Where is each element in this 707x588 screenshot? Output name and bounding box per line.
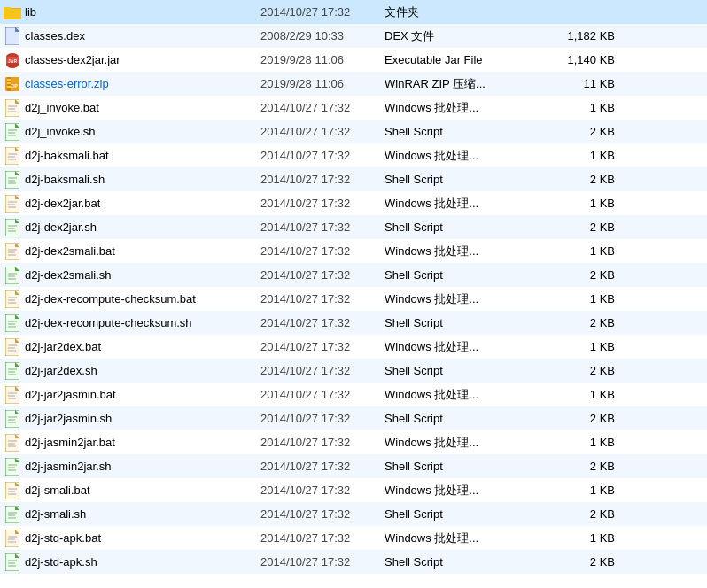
sh-icon	[4, 171, 21, 189]
svg-text:ZIP: ZIP	[11, 83, 18, 89]
file-date: 2014/10/27 17:32	[260, 340, 385, 353]
file-type: Shell Script	[385, 173, 544, 186]
file-date: 2014/10/27 17:32	[260, 555, 385, 569]
file-date: 2014/10/27 17:32	[260, 388, 385, 401]
file-type: Windows 批处理...	[385, 387, 544, 403]
file-type: Shell Script	[385, 364, 544, 377]
file-type: Shell Script	[385, 316, 544, 329]
file-size: 11 KB	[544, 77, 624, 90]
dex-icon	[4, 27, 21, 45]
list-item[interactable]: d2j-baksmali.sh2014/10/27 17:32Shell Scr…	[0, 167, 707, 191]
file-name: d2j_invoke.bat	[25, 101, 99, 114]
list-item[interactable]: d2j-jar2jasmin.sh2014/10/27 17:32Shell S…	[0, 406, 707, 430]
svg-rect-3	[4, 7, 11, 11]
list-item[interactable]: d2j-jasmin2jar.sh2014/10/27 17:32Shell S…	[0, 454, 707, 478]
file-type: Windows 批处理...	[385, 100, 544, 116]
list-item[interactable]: d2j-dex2jar.bat2014/10/27 17:32Windows 批…	[0, 191, 707, 215]
file-name: d2j-dex-recompute-checksum.bat	[25, 292, 196, 306]
sh-icon	[4, 219, 21, 236]
list-item[interactable]: d2j-smali.sh2014/10/27 17:32Shell Script…	[0, 502, 707, 526]
file-date: 2008/2/29 10:33	[260, 29, 385, 43]
file-type: Shell Script	[385, 555, 544, 569]
file-name: d2j-smali.sh	[25, 507, 86, 521]
file-size: 1 KB	[544, 531, 624, 545]
file-date: 2014/10/27 17:32	[260, 244, 385, 258]
jar-icon: JAR	[4, 51, 21, 69]
file-name: d2j-std-apk.bat	[25, 531, 101, 545]
file-size: 2 KB	[544, 125, 624, 138]
file-date: 2014/10/27 17:32	[260, 5, 385, 19]
file-type: Shell Script	[385, 125, 544, 138]
bat-icon	[4, 147, 21, 165]
file-size: 2 KB	[544, 507, 624, 521]
file-name: d2j-jasmin2jar.bat	[25, 436, 115, 449]
file-size: 2 KB	[544, 316, 624, 329]
file-date: 2019/9/28 11:06	[260, 77, 385, 90]
list-item[interactable]: d2j-dex-recompute-checksum.sh2014/10/27 …	[0, 311, 707, 335]
list-item[interactable]: d2j_invoke.sh2014/10/27 17:32Shell Scrip…	[0, 120, 707, 143]
list-item[interactable]: ZIP classes-error.zip2019/9/28 11:06WinR…	[0, 72, 707, 96]
list-item[interactable]: JAR classes-dex2jar.jar2019/9/28 11:06Ex…	[0, 48, 707, 72]
list-item[interactable]: d2j-jar2dex.bat2014/10/27 17:32Windows 批…	[0, 335, 707, 359]
bat-icon	[4, 482, 21, 499]
file-type: Shell Script	[385, 507, 544, 521]
file-type: Windows 批处理...	[385, 530, 544, 546]
file-date: 2014/10/27 17:32	[260, 220, 385, 234]
list-item[interactable]: d2j-baksmali.bat2014/10/27 17:32Windows …	[0, 143, 707, 167]
bat-icon	[4, 195, 21, 213]
file-type: Shell Script	[385, 412, 544, 425]
sh-icon	[4, 458, 21, 476]
list-item[interactable]: d2j-jar2dex.sh2014/10/27 17:32Shell Scri…	[0, 359, 707, 383]
list-item[interactable]: d2j-smali.bat2014/10/27 17:32Windows 批处理…	[0, 478, 707, 502]
file-size: 2 KB	[544, 173, 624, 186]
file-type: Executable Jar File	[385, 53, 544, 66]
file-date: 2014/10/27 17:32	[260, 364, 385, 377]
sh-icon	[4, 506, 21, 523]
sh-icon	[4, 314, 21, 332]
file-name: d2j-baksmali.bat	[25, 149, 109, 162]
list-item[interactable]: d2j_invoke.bat2014/10/27 17:32Windows 批处…	[0, 96, 707, 120]
list-item[interactable]: d2j-dex-recompute-checksum.bat2014/10/27…	[0, 287, 707, 311]
file-date: 2014/10/27 17:32	[260, 292, 385, 306]
list-item[interactable]: d2j-dex2jar.sh2014/10/27 17:32Shell Scri…	[0, 215, 707, 239]
file-size: 1,140 KB	[544, 53, 624, 66]
file-date: 2014/10/27 17:32	[260, 460, 385, 473]
file-name: d2j-smali.bat	[25, 484, 90, 497]
file-size: 2 KB	[544, 268, 624, 282]
list-item[interactable]: d2j-std-apk.bat2014/10/27 17:32Windows 批…	[0, 526, 707, 550]
list-item[interactable]: classes.dex2008/2/29 10:33DEX 文件1,182 KB	[0, 24, 707, 48]
list-item[interactable]: d2j-jasmin2jar.bat2014/10/27 17:32Window…	[0, 430, 707, 454]
list-item[interactable]: d2j-jar2jasmin.bat2014/10/27 17:32Window…	[0, 383, 707, 406]
bat-icon	[4, 338, 21, 356]
file-name: d2j-jar2dex.bat	[25, 340, 101, 353]
list-item[interactable]: d2j-dex2smali.sh2014/10/27 17:32Shell Sc…	[0, 263, 707, 287]
file-name: classes-dex2jar.jar	[25, 53, 120, 66]
sh-icon	[4, 553, 21, 571]
file-size: 1 KB	[544, 197, 624, 210]
file-size: 1 KB	[544, 149, 624, 162]
file-date: 2014/10/27 17:32	[260, 531, 385, 545]
file-type: Windows 批处理...	[385, 291, 544, 307]
file-name: d2j-jar2dex.sh	[25, 364, 97, 377]
file-name: d2j-std-apk.sh	[25, 555, 97, 569]
file-date: 2014/10/27 17:32	[260, 436, 385, 449]
file-size: 1 KB	[544, 484, 624, 497]
list-item[interactable]: lib2014/10/27 17:32文件夹	[0, 0, 707, 24]
bat-icon	[4, 243, 21, 260]
list-item[interactable]: d2j-std-apk.sh2014/10/27 17:32Shell Scri…	[0, 550, 707, 574]
file-date: 2014/10/27 17:32	[260, 125, 385, 138]
file-size: 1 KB	[544, 244, 624, 258]
file-type: Windows 批处理...	[385, 196, 544, 212]
file-date: 2014/10/27 17:32	[260, 197, 385, 210]
file-name: classes.dex	[25, 29, 85, 43]
list-item[interactable]: d2j-dex2smali.bat2014/10/27 17:32Windows…	[0, 239, 707, 263]
file-date: 2014/10/27 17:32	[260, 412, 385, 425]
file-date: 2014/10/27 17:32	[260, 316, 385, 329]
sh-icon	[4, 123, 21, 141]
file-size: 1 KB	[544, 292, 624, 306]
file-date: 2014/10/27 17:32	[260, 268, 385, 282]
folder-icon	[4, 4, 21, 21]
sh-icon	[4, 410, 21, 428]
file-type: DEX 文件	[385, 28, 544, 44]
zip-icon: ZIP	[4, 75, 21, 93]
